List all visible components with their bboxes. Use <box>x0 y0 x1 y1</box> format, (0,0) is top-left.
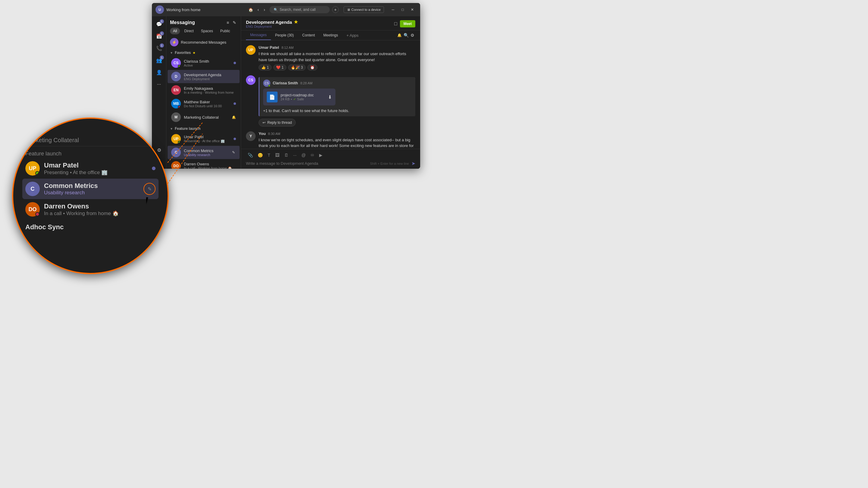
umar-msg-author: Umar Patel <box>258 45 279 50</box>
quoted-time: 8:28 AM <box>300 82 312 85</box>
loop-button[interactable]: ♾ <box>309 152 316 159</box>
separator: • <box>291 97 292 101</box>
file-doc-icon: 📄 <box>267 92 278 102</box>
tab-content[interactable]: Content <box>298 30 319 40</box>
reaction-thumbs[interactable]: 👍 1 <box>258 64 272 70</box>
tab-direct[interactable]: Direct <box>181 28 196 34</box>
chat-input-row: Shift + Enter for a new line ➤ <box>246 161 415 166</box>
contact-common-metrics[interactable]: C Common Metrics Usability research ✎ <box>167 146 240 159</box>
sidebar-icon-calls[interactable]: 📞 1 <box>154 43 164 54</box>
contact-matthew[interactable]: MB Matthew Baker Do Not Disturb until 16… <box>167 97 240 110</box>
emoji-button[interactable]: 😊 <box>256 152 265 159</box>
nav-back-button[interactable]: ‹ <box>255 6 261 13</box>
reply-thread-label: Reply to thread <box>267 121 292 125</box>
reply-thread-button[interactable]: ↩ Reply to thread <box>258 119 296 127</box>
add-button[interactable]: + <box>332 6 339 13</box>
contact-darren[interactable]: DO Darren Owens In a call · Working from… <box>167 159 240 169</box>
settings-icon[interactable]: ⚙ <box>410 30 415 40</box>
close-button[interactable]: ✕ <box>408 7 416 13</box>
tab-public[interactable]: Public <box>217 28 233 34</box>
quoted-author: Clarissa Smith <box>273 81 298 85</box>
you-msg-avatar: Y <box>246 131 255 141</box>
contact-development-agenda[interactable]: D Development Agenda ENG Deployment <box>167 70 240 83</box>
zoom-darren-name: Darren Owens <box>44 202 156 210</box>
emily-avatar: EN <box>171 85 181 95</box>
download-button[interactable]: ⬇ <box>328 94 332 100</box>
window-controls: ─ □ ✕ <box>389 7 416 13</box>
gif-button[interactable]: T <box>266 152 272 159</box>
zoom-contact-common[interactable]: C Common Metrics Usability research ✎ <box>22 178 158 199</box>
messaging-header-actions: ≡ ✎ <box>226 19 237 26</box>
contact-marketing[interactable]: M Marketing Collateral 🔔 <box>167 110 240 124</box>
matthew-avatar: MB <box>171 99 181 108</box>
reaction-fire[interactable]: 🔥🎉 3 <box>288 64 306 70</box>
sidebar-icon-calendar[interactable]: 📅 1 <box>154 31 164 41</box>
minimize-button[interactable]: ─ <box>389 7 397 13</box>
stream-button[interactable]: ▶ <box>317 152 324 159</box>
clarissa-name: Clarissa Smith <box>184 59 230 64</box>
chat-panel: Development Agenda ★ ENG Deployment □ Me… <box>241 16 420 169</box>
tab-spaces[interactable]: Spaces <box>198 28 216 34</box>
meet-button[interactable]: Meet <box>400 20 415 27</box>
shift-hint: Shift + Enter for a new line <box>370 162 409 165</box>
chat-messages: UP Umar Patel 8:12 AM I think we should … <box>241 40 420 149</box>
zoom-edit-icon[interactable]: ✎ <box>144 183 156 195</box>
tab-meetings[interactable]: Meetings <box>319 30 342 40</box>
tab-all[interactable]: All <box>170 28 180 34</box>
tab-people[interactable]: People (30) <box>271 30 298 40</box>
section-feature-launch[interactable]: ▼ Feature launch <box>166 124 241 132</box>
sticker-button[interactable]: 🖼 <box>273 152 281 159</box>
dev-agenda-status: ENG Deployment <box>184 77 236 81</box>
search-bar[interactable]: 🔍 Search, meet, and call <box>270 6 330 13</box>
section-favorites[interactable]: ▼ Favorites ★ <box>166 48 241 56</box>
monitor-icon: 🖥 <box>347 8 350 11</box>
reaction-clock[interactable]: ⏰ <box>307 64 317 70</box>
tab-add-apps[interactable]: + Apps <box>342 30 363 40</box>
contact-emily[interactable]: EN Emily Nakagawa In a meeting · Working… <box>167 84 240 97</box>
file-attachment: 📄 project-roadmap.doc 24 KB • ✓ Safe <box>263 89 336 105</box>
reactions-icon[interactable]: 🔔 <box>396 30 403 40</box>
chat-input-field[interactable] <box>246 161 368 166</box>
title-emoji: 🏠 <box>248 7 253 12</box>
sidebar-icon-people[interactable]: 👥 1 <box>154 55 164 66</box>
chat-input-area: 📎 😊 T 🖼 🗓 ··· @ ♾ ▶ Shift + Enter for a … <box>241 149 420 169</box>
message-you: Y You 8:30 AM I know we're on tight sche… <box>246 131 415 149</box>
contact-clarissa[interactable]: CS Clarissa Smith Active <box>167 56 240 70</box>
matthew-info: Matthew Baker Do Not Disturb until 16:00 <box>184 100 230 108</box>
sidebar-icon-more[interactable]: ··· <box>154 79 164 90</box>
attach-button[interactable]: 📎 <box>246 152 255 159</box>
search-messages-icon[interactable]: 🔍 <box>403 30 410 40</box>
video-icon[interactable]: □ <box>393 20 398 27</box>
send-button[interactable]: ➤ <box>411 161 415 166</box>
search-icon: 🔍 <box>274 8 278 12</box>
mute-icon: 🔔 <box>232 116 236 119</box>
title-bar: U Working from home 🏠 ‹ › 🔍 Search, meet… <box>152 3 420 16</box>
messaging-menu-button[interactable]: ≡ <box>226 19 230 26</box>
clarissa-msg-content: CS Clarissa Smith 8:28 AM 📄 project-road… <box>258 75 415 127</box>
zoom-contact-umar[interactable]: UP Umar Patel Presenting • At the office… <box>25 158 156 178</box>
chat-title-area: Development Agenda ★ ENG Deployment <box>246 19 298 28</box>
messaging-compose-button[interactable]: ✎ <box>232 19 237 26</box>
sidebar-icon-chat[interactable]: 💬 5 <box>154 19 164 30</box>
contact-umar[interactable]: UP Umar Patel Presenting · At the office… <box>167 132 240 145</box>
recommended-section[interactable]: ⚡ Recommended Messages <box>166 36 241 48</box>
marketing-name: Marketing Collateral <box>184 115 229 120</box>
connect-device-button[interactable]: 🖥 Connect to a device <box>344 6 384 13</box>
sidebar-icon-contacts[interactable]: 👤 <box>154 67 164 78</box>
tab-messages[interactable]: Messages <box>246 30 271 40</box>
dev-agenda-name: Development Agenda <box>184 73 236 77</box>
umar-info: Umar Patel Presenting · At the office 🏢 <box>184 135 230 143</box>
umar-reactions: 👍 1 ❤️ 1 🔥🎉 3 ⏰ <box>258 64 415 70</box>
more-options-button[interactable]: ··· <box>291 152 299 159</box>
mention-button[interactable]: @ <box>300 152 307 159</box>
zoom-circle: Marketing Collateral Feature launch UP U… <box>12 118 169 274</box>
safe-label: Safe <box>297 97 304 101</box>
umar-msg-content: Umar Patel 8:12 AM I think we should all… <box>258 45 415 70</box>
reaction-heart[interactable]: ❤️ 1 <box>273 64 286 70</box>
schedule-button[interactable]: 🗓 <box>282 152 290 159</box>
maximize-button[interactable]: □ <box>398 7 407 13</box>
nav-forward-button[interactable]: › <box>262 6 267 13</box>
safe-icon: ✓ <box>293 97 296 101</box>
zoom-contact-darren[interactable]: DO Darren Owens In a call • Working from… <box>25 199 156 220</box>
contacts-icon: 👤 <box>156 70 162 75</box>
